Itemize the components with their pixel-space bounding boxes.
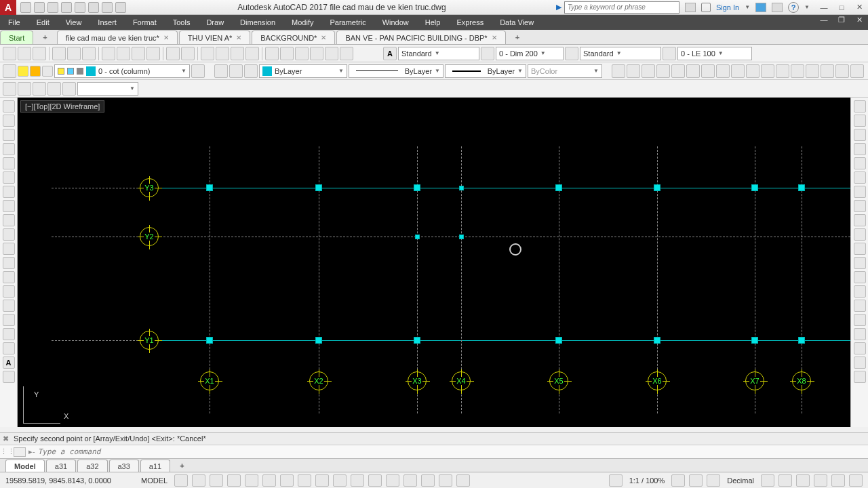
grip[interactable] — [415, 235, 420, 239]
search-arrow-icon[interactable]: ▶ — [553, 3, 564, 12]
hatch-icon[interactable] — [3, 300, 15, 312]
layer-lock-icon[interactable] — [42, 66, 53, 77]
stretch-icon[interactable] — [854, 214, 866, 226]
doc-close-icon[interactable]: ✕ — [850, 15, 868, 24]
break-icon[interactable] — [854, 257, 866, 269]
zoom-icon[interactable] — [216, 47, 229, 60]
new-tab-button[interactable]: + — [507, 30, 528, 44]
menu-format[interactable]: Format — [125, 15, 165, 30]
gizmo-icon[interactable] — [439, 474, 452, 487]
aux2-icon[interactable] — [18, 82, 31, 96]
infocenter-icon[interactable] — [685, 3, 696, 12]
dim-cont-icon[interactable] — [731, 64, 745, 78]
grip[interactable] — [798, 184, 805, 191]
app-logo[interactable]: A — [0, 0, 16, 15]
isolate-icon[interactable] — [796, 474, 810, 487]
dcenter-icon[interactable] — [280, 47, 294, 60]
viewport-label[interactable]: [−][Top][2D Wireframe] — [20, 100, 104, 113]
mleader-style-dropdown[interactable]: 0 - LE 100▼ — [677, 47, 752, 60]
grip[interactable] — [654, 337, 660, 344]
lengthen-icon[interactable] — [854, 371, 866, 383]
autoscale-icon[interactable] — [609, 474, 623, 487]
annomon-icon[interactable] — [456, 474, 470, 487]
spline-icon[interactable] — [3, 214, 15, 226]
gradient-icon[interactable] — [3, 314, 15, 326]
dim-arc-icon[interactable] — [642, 64, 655, 78]
cmdline-prompt-icon[interactable] — [14, 447, 26, 457]
dim-style-dropdown[interactable]: 0 - Dim 200▼ — [496, 47, 564, 60]
qat-saveas-icon[interactable] — [61, 2, 72, 13]
dim-linear-icon[interactable] — [612, 64, 625, 78]
sel-filter-icon[interactable] — [421, 474, 435, 487]
tab-close-icon[interactable]: ✕ — [236, 34, 241, 41]
sheetset-icon[interactable] — [310, 47, 323, 60]
menu-dataview[interactable]: Data View — [492, 15, 542, 30]
dim-dia-icon[interactable] — [686, 64, 700, 78]
trim-icon[interactable] — [854, 228, 866, 241]
cleanscreen-icon[interactable] — [831, 474, 845, 487]
grip[interactable] — [798, 337, 805, 344]
transparency-icon[interactable] — [368, 474, 382, 487]
ortho-toggle-icon[interactable] — [245, 474, 258, 487]
undo-icon[interactable] — [166, 47, 180, 60]
dim-ang-icon[interactable] — [701, 64, 715, 78]
blend-icon[interactable] — [854, 328, 866, 340]
iso-toggle-icon[interactable] — [280, 474, 294, 487]
mlstyle-icon[interactable] — [663, 47, 676, 60]
scale-icon[interactable] — [854, 200, 866, 212]
annomon2-icon[interactable] — [707, 474, 720, 487]
qat-new-icon[interactable] — [20, 2, 31, 13]
grip[interactable] — [315, 184, 322, 191]
signin-avatar-icon[interactable] — [701, 3, 711, 12]
layermgr-icon[interactable] — [3, 64, 16, 78]
grip[interactable] — [414, 184, 420, 191]
dim-base-icon[interactable] — [716, 64, 730, 78]
grid-bubble-x5[interactable]: X5 — [549, 371, 568, 390]
mirror-icon[interactable] — [854, 129, 866, 141]
properties-icon[interactable] — [265, 47, 279, 60]
aux5-icon[interactable] — [62, 82, 76, 96]
menu-draw[interactable]: Draw — [198, 15, 232, 30]
menu-insert[interactable]: Insert — [90, 15, 125, 30]
status-space[interactable]: MODEL — [138, 476, 170, 485]
grid-toggle-icon[interactable] — [174, 474, 188, 487]
layout-tab-3[interactable]: a11 — [140, 460, 170, 472]
text-style-dropdown[interactable]: Standard▼ — [398, 47, 479, 60]
exchange-icon[interactable] — [755, 3, 766, 12]
menu-express[interactable]: Express — [448, 15, 492, 30]
close-button[interactable]: ✕ — [850, 3, 868, 12]
xline-icon[interactable] — [3, 115, 15, 127]
dim-tol-icon[interactable] — [776, 64, 789, 78]
mtext-icon[interactable]: A — [3, 357, 15, 369]
command-input[interactable] — [38, 447, 868, 456]
move-icon[interactable] — [854, 171, 866, 184]
dim-aligned-icon[interactable] — [627, 64, 640, 78]
layer-dropdown[interactable]: 0 - cot (column) ▼ — [54, 64, 190, 78]
dim-break-icon[interactable] — [761, 64, 774, 78]
zoomwin-icon[interactable] — [245, 47, 259, 60]
aux4-icon[interactable] — [47, 82, 61, 96]
tab-start[interactable]: Start — [0, 30, 33, 44]
fillet-icon[interactable] — [854, 300, 866, 312]
line-icon[interactable] — [3, 100, 15, 113]
grid-bubble-x3[interactable]: X3 — [408, 371, 427, 390]
grid-bubble-x8[interactable]: X8 — [792, 371, 811, 390]
ws-switch-icon[interactable] — [689, 474, 703, 487]
qat-more-icon[interactable] — [115, 2, 126, 13]
rotate-icon[interactable] — [854, 186, 866, 198]
copy-icon[interactable] — [117, 47, 130, 60]
grid-bubble-x4[interactable]: X4 — [452, 371, 471, 390]
dimstyle-icon[interactable] — [481, 47, 494, 60]
cycling-icon[interactable] — [386, 474, 399, 487]
calc-icon[interactable] — [340, 47, 353, 60]
grid-bubble-y2[interactable]: Y2 — [140, 227, 159, 246]
dim-space-icon[interactable] — [746, 64, 760, 78]
grip[interactable] — [459, 235, 464, 239]
markup-icon[interactable] — [325, 47, 338, 60]
point-icon[interactable] — [3, 285, 15, 298]
tab-close-icon[interactable]: ✕ — [492, 34, 497, 41]
quickprops-icon[interactable] — [761, 474, 774, 487]
open-icon[interactable] — [18, 47, 31, 60]
grid-bubble-y3[interactable]: Y3 — [140, 178, 159, 197]
join-icon[interactable] — [854, 271, 866, 283]
